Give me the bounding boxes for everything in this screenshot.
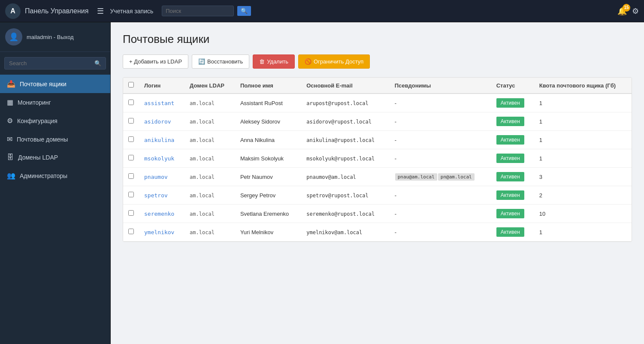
restore-icon: 🔄 — [198, 58, 205, 65]
status-badge: Активен — [496, 98, 524, 108]
header-aliases: Псевдонимы — [390, 78, 491, 94]
row-checkbox[interactable] — [128, 210, 134, 216]
top-icons: 🔔 15 ⚙ — [617, 6, 639, 16]
aliases-dash: - — [395, 118, 396, 125]
row-checkbox[interactable] — [128, 100, 134, 105]
sidebar-item-ldap-domains[interactable]: 🗄 Домены LDAP — [0, 148, 110, 166]
limit-label: Ограничить Доступ — [314, 58, 363, 65]
sidebar-search-input[interactable] — [5, 57, 90, 69]
sidebar-item-monitoring[interactable]: ▦ Мониторинг — [0, 93, 110, 112]
row-login: asidorov — [139, 112, 184, 131]
row-checkbox[interactable] — [128, 155, 134, 160]
aliases-dash: - — [395, 229, 396, 235]
aliases-dash: - — [395, 100, 396, 106]
sidebar-search-button[interactable]: 🔍 — [90, 57, 106, 69]
sidebar-item-admins[interactable]: 👥 Администраторы — [0, 166, 110, 185]
mailboxes-icon: 📥 — [7, 80, 15, 88]
restore-button[interactable]: 🔄 Восстановить — [192, 54, 249, 69]
login-link[interactable]: spetrov — [144, 192, 168, 199]
login-link[interactable]: ymelnikov — [144, 229, 174, 235]
row-checkbox[interactable] — [128, 173, 134, 179]
sidebar-item-label: Конфигурация — [17, 118, 57, 124]
domain-text: am.local — [190, 100, 215, 106]
row-fullname: Petr Naumov — [235, 168, 301, 186]
sidebar-item-label: Мониторинг — [18, 99, 51, 106]
email-text: arupost@rupost.local — [306, 100, 369, 106]
login-link[interactable]: seremenko — [144, 211, 174, 217]
settings-gear-icon[interactable]: ⚙ — [632, 6, 639, 16]
notification-badge: 15 — [623, 4, 630, 12]
table-row: ymelnikov am.local Yuri Melnikov ymelnik… — [123, 223, 632, 241]
hamburger-icon[interactable]: ☰ — [97, 6, 104, 16]
row-domain: am.local — [184, 94, 235, 112]
row-login: spetrov — [139, 186, 184, 205]
row-checkbox-cell — [123, 186, 139, 205]
row-quota: 3 — [534, 168, 632, 186]
row-checkbox-cell — [123, 94, 139, 112]
admins-icon: 👥 — [7, 172, 15, 180]
row-status: Активен — [491, 131, 534, 149]
add-ldap-button[interactable]: + Добавить из LDAP — [123, 54, 188, 69]
row-status: Активен — [491, 223, 534, 241]
logo-letter: A — [10, 7, 15, 15]
row-checkbox[interactable] — [128, 192, 134, 197]
select-all-checkbox[interactable] — [128, 82, 134, 88]
domain-text: am.local — [190, 119, 215, 125]
row-checkbox[interactable] — [128, 136, 134, 142]
row-fullname: Aleksey Sidorov — [235, 112, 301, 131]
aliases-dash: - — [395, 192, 396, 199]
row-domain: am.local — [184, 149, 235, 168]
main-content: Почтовые ящики + Добавить из LDAP 🔄 Восс… — [111, 22, 644, 344]
row-aliases: - — [390, 94, 491, 112]
domain-text: am.local — [190, 156, 215, 162]
row-checkbox[interactable] — [128, 229, 134, 234]
row-aliases: pnau@am.localpn@am.local — [390, 168, 491, 186]
aliases-dash: - — [395, 137, 396, 143]
sidebar-nav: 📥 Почтовые ящики ▦ Мониторинг ⚙ Конфигур… — [0, 75, 110, 185]
row-checkbox-cell — [123, 168, 139, 186]
row-status: Активен — [491, 112, 534, 131]
login-link[interactable]: assistant — [144, 100, 174, 106]
login-link[interactable]: anikulina — [144, 137, 174, 143]
row-login: seremenko — [139, 205, 184, 223]
row-aliases: - — [390, 186, 491, 205]
top-search-input[interactable] — [166, 8, 230, 14]
sidebar-item-mail-domains[interactable]: ✉ Почтовые домены — [0, 130, 110, 148]
row-login: ymelnikov — [139, 223, 184, 241]
row-fullname: Yuri Melnikov — [235, 223, 301, 241]
notification-bell[interactable]: 🔔 15 — [617, 6, 627, 16]
sidebar-item-label: Почтовые домены — [17, 136, 68, 143]
email-text: ymelnikov@am.local — [306, 229, 362, 235]
row-domain: am.local — [184, 131, 235, 149]
row-email: ymelnikov@am.local — [301, 223, 389, 241]
login-link[interactable]: msokolyuk — [144, 155, 174, 162]
row-checkbox[interactable] — [128, 118, 134, 124]
ldap-domains-icon: 🗄 — [7, 154, 14, 161]
top-navbar: A Панель Управления ☰ Учетная запись 🔍 🔔… — [0, 0, 644, 22]
sidebar-item-mailboxes[interactable]: 📥 Почтовые ящики — [0, 75, 110, 93]
sidebar-item-config[interactable]: ⚙ Конфигурация — [0, 112, 110, 130]
limit-access-button[interactable]: 🚫 Ограничить Доступ — [298, 54, 370, 69]
row-quota: 1 — [534, 223, 632, 241]
row-aliases: - — [390, 112, 491, 131]
login-link[interactable]: pnaumov — [144, 174, 168, 180]
account-menu-item[interactable]: Учетная запись — [110, 8, 153, 15]
email-text: anikulina@rupost.local — [306, 137, 375, 143]
toolbar: + Добавить из LDAP 🔄 Восстановить 🗑 Удал… — [123, 54, 632, 69]
mail-domains-icon: ✉ — [7, 135, 12, 143]
top-search-button[interactable]: 🔍 — [237, 6, 251, 16]
delete-icon: 🗑 — [259, 58, 265, 65]
domain-text: am.local — [190, 211, 215, 217]
row-fullname: Anna Nikulina — [235, 131, 301, 149]
app-title: Панель Управления — [25, 7, 88, 15]
login-link[interactable]: asidorov — [144, 118, 171, 125]
row-aliases: - — [390, 149, 491, 168]
header-domain: Домен LDAP — [184, 78, 235, 94]
header-quota: Квота почтового ящика (Гб) — [534, 78, 632, 94]
row-checkbox-cell — [123, 149, 139, 168]
row-fullname: Svetlana Eremenko — [235, 205, 301, 223]
row-quota: 1 — [534, 131, 632, 149]
delete-button[interactable]: 🗑 Удалить — [253, 54, 295, 69]
row-status: Активен — [491, 205, 534, 223]
email-text: seremenko@rupost.local — [306, 211, 375, 217]
